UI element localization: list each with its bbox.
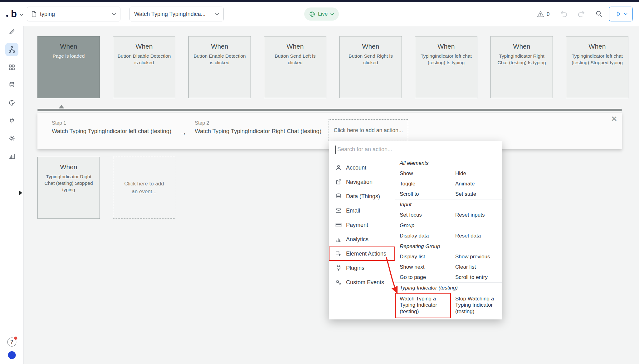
gears-icon	[335, 279, 342, 286]
action-item-stop-watching[interactable]: Stop Watching a Typing Indicator (testin…	[451, 293, 502, 318]
sidebar-item-components[interactable]	[5, 61, 18, 74]
database-icon	[335, 193, 342, 200]
horizontal-scrollbar[interactable]	[37, 109, 622, 111]
submenu-section-all-elements: All elements Show Hide Toggle Animate Sc…	[395, 158, 502, 199]
plug-icon	[8, 117, 16, 124]
action-item[interactable]: Set state	[451, 189, 502, 199]
action-categories: Account Navigation Data (Things) Email P…	[329, 158, 395, 319]
event-when-label: When	[344, 43, 398, 50]
action-item[interactable]: Show previous	[451, 251, 502, 262]
help-button[interactable]: ?	[7, 338, 16, 347]
sidebar-item-design[interactable]	[5, 25, 18, 38]
text-cursor	[335, 146, 336, 154]
plug-icon	[335, 265, 342, 271]
action-item[interactable]: Set focus	[395, 210, 451, 220]
category-account[interactable]: Account	[329, 160, 395, 175]
category-data-things[interactable]: Data (Things)	[329, 189, 395, 204]
category-payment[interactable]: Payment	[329, 218, 395, 232]
sidebar-item-logs[interactable]	[5, 150, 18, 163]
event-card[interactable]: When TypingIndicator Right Chat (testing…	[490, 36, 553, 98]
category-navigation[interactable]: Navigation	[329, 175, 395, 189]
sidebar-item-workflow[interactable]	[5, 43, 18, 56]
action-item[interactable]: Clear list	[451, 262, 502, 272]
event-card[interactable]: When Button Disable Detection is clicked	[113, 36, 175, 98]
scrollbar-caret-icon	[59, 105, 64, 108]
event-card[interactable]: When Button Send Left is clicked	[264, 36, 326, 98]
category-label: Custom Events	[346, 279, 384, 286]
event-when-label: When	[570, 43, 624, 50]
event-when-label: When	[193, 43, 247, 50]
step-title: Watch Typing TypingIndicator left chat (…	[52, 128, 171, 135]
add-action-button[interactable]: Click here to add an action...	[329, 119, 408, 141]
chevron-down-icon	[215, 13, 219, 15]
status-indicator[interactable]	[8, 351, 16, 359]
database-icon	[8, 81, 16, 89]
category-element-actions[interactable]: Element Actions	[329, 247, 395, 261]
category-label: Analytics	[346, 236, 368, 243]
action-item[interactable]: Toggle	[395, 179, 451, 189]
undo-icon	[560, 10, 568, 18]
event-description: TypingIndicator left chat (testing) Is t…	[419, 53, 473, 66]
window-top-strip	[0, 0, 639, 2]
bubble-logo-menu[interactable]: b	[6, 10, 23, 18]
action-item[interactable]: Hide	[451, 168, 502, 179]
page-selector-dropdown[interactable]: typing	[27, 7, 120, 22]
undo-button[interactable]	[560, 10, 568, 18]
issues-indicator[interactable]: 0	[537, 11, 549, 17]
event-card[interactable]: When Page is loaded	[37, 36, 100, 98]
action-item[interactable]: Scroll to	[395, 189, 451, 199]
category-label: Email	[346, 208, 360, 214]
step-2[interactable]: Step 2 Watch Typing TypingIndicator Righ…	[195, 120, 321, 149]
action-item[interactable]: Display list	[395, 251, 451, 262]
submenu-header: Input	[395, 199, 502, 210]
category-email[interactable]: Email	[329, 204, 395, 218]
chevron-down-icon	[112, 13, 116, 15]
event-cards-row-2: When TypingIndicator Right Chat (testing…	[37, 157, 175, 219]
event-card[interactable]: When TypingIndicator Right Chat (testing…	[37, 157, 100, 219]
event-when-label: When	[41, 163, 96, 171]
close-icon[interactable]: ×	[611, 114, 617, 123]
event-card[interactable]: When TypingIndicator left chat (testing)…	[566, 36, 628, 98]
action-item[interactable]: Show	[395, 168, 451, 179]
workflow-selector-dropdown[interactable]: Watch Typing TypingIndica...	[129, 7, 224, 22]
panel-collapse-handle-icon[interactable]	[19, 190, 22, 196]
redo-button[interactable]	[577, 10, 585, 18]
action-item[interactable]: Go to page	[395, 272, 451, 282]
sidebar-item-plugins[interactable]	[5, 114, 18, 127]
chevron-down-icon	[20, 13, 23, 16]
preview-run-button[interactable]	[609, 7, 633, 22]
category-analytics[interactable]: Analytics	[329, 232, 395, 247]
action-item[interactable]: Scroll to entry	[451, 272, 502, 282]
action-item[interactable]: Display data	[395, 231, 451, 241]
environment-toggle[interactable]: Live	[304, 7, 339, 21]
category-plugins[interactable]: Plugins	[329, 261, 395, 275]
step-1[interactable]: Step 1 Watch Typing TypingIndicator left…	[52, 120, 171, 149]
event-when-label: When	[41, 43, 96, 50]
event-description: TypingIndicator left chat (testing) Stop…	[570, 53, 624, 66]
event-description: Button Disable Detection is clicked	[117, 53, 171, 66]
event-when-label: When	[268, 43, 322, 50]
question-mark-icon: ?	[10, 339, 13, 345]
sidebar-item-styles[interactable]	[5, 96, 18, 109]
event-card[interactable]: When Button Send Right is clicked	[339, 36, 402, 98]
add-event-label: Click here to add an event...	[121, 180, 168, 195]
event-description: Button Enable Detection is clicked	[193, 53, 247, 66]
category-custom-events[interactable]: Custom Events	[329, 275, 395, 290]
action-item[interactable]: Show next	[395, 262, 451, 272]
action-item[interactable]: Reset inputs	[451, 210, 502, 220]
action-item-watch-typing[interactable]: Watch Typing a Typing Indicator (testing…	[395, 293, 451, 318]
sidebar-item-data[interactable]	[5, 79, 18, 92]
action-search-box[interactable]	[329, 141, 502, 158]
add-event-button[interactable]: Click here to add an event...	[113, 157, 175, 219]
event-card[interactable]: When Button Enable Detection is clicked	[188, 36, 251, 98]
sidebar-item-settings[interactable]	[5, 132, 18, 145]
action-search-input[interactable]	[329, 141, 502, 158]
action-item[interactable]: Animate	[451, 179, 502, 189]
event-when-label: When	[117, 43, 171, 50]
search-button[interactable]	[595, 10, 603, 18]
submenu-header: All elements	[395, 158, 502, 168]
gear-icon	[8, 135, 16, 142]
notification-dot	[14, 337, 17, 340]
action-item[interactable]: Reset data	[451, 231, 502, 241]
event-card[interactable]: When TypingIndicator left chat (testing)…	[415, 36, 477, 98]
